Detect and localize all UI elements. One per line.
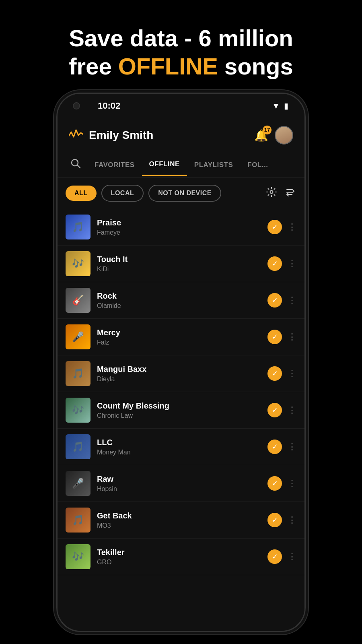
svg-point-2 bbox=[270, 191, 273, 194]
song-item[interactable]: 🎤 Raw Hopsin ✓ ⋮ bbox=[58, 465, 304, 502]
song-actions: ✓ ⋮ bbox=[267, 293, 296, 308]
promo-line2-plain: free bbox=[69, 53, 118, 79]
status-bar: 10:02 ▼ ▮ bbox=[58, 94, 304, 118]
song-info: Praise Fameye bbox=[97, 218, 261, 236]
song-thumbnail: 🎵 bbox=[66, 215, 90, 239]
song-item[interactable]: 🎶 Touch It KiDi ✓ ⋮ bbox=[58, 246, 304, 282]
song-info: LLC Money Man bbox=[97, 438, 261, 456]
song-info: Mangui Baxx Dieyla bbox=[97, 365, 261, 383]
more-options-icon[interactable]: ⋮ bbox=[288, 368, 296, 379]
song-artist: Falz bbox=[97, 339, 261, 346]
more-options-icon[interactable]: ⋮ bbox=[288, 332, 296, 342]
tab-playlists[interactable]: PLAYLISTS bbox=[187, 155, 240, 175]
song-item[interactable]: 🎸 Rock Olamide ✓ ⋮ bbox=[58, 282, 304, 319]
song-item[interactable]: 🎶 Tekiller GRO ✓ ⋮ bbox=[58, 539, 304, 575]
song-artist: MO3 bbox=[97, 522, 261, 529]
song-artist: Hopsin bbox=[97, 485, 261, 493]
song-thumbnail: 🎵 bbox=[66, 361, 90, 386]
status-time: 10:02 bbox=[98, 101, 120, 111]
download-check-icon[interactable]: ✓ bbox=[267, 513, 282, 527]
song-item[interactable]: 🎵 Praise Fameye ✓ ⋮ bbox=[58, 209, 304, 246]
download-check-icon[interactable]: ✓ bbox=[267, 476, 282, 491]
more-options-icon[interactable]: ⋮ bbox=[288, 551, 296, 562]
camera-dot bbox=[73, 102, 80, 109]
song-artist: Chronic Law bbox=[97, 412, 261, 419]
tab-favorites[interactable]: FAVORITES bbox=[87, 155, 142, 175]
song-actions: ✓ ⋮ bbox=[267, 549, 296, 564]
song-artist: Fameye bbox=[97, 229, 261, 236]
song-title: Mercy bbox=[97, 328, 261, 337]
song-artist: Olamide bbox=[97, 302, 261, 310]
download-check-icon[interactable]: ✓ bbox=[267, 440, 282, 454]
song-actions: ✓ ⋮ bbox=[267, 330, 296, 344]
download-check-icon[interactable]: ✓ bbox=[267, 330, 282, 344]
app-content: Emily Smith 🔔 17 bbox=[58, 118, 304, 631]
more-options-icon[interactable]: ⋮ bbox=[288, 442, 296, 452]
more-options-icon[interactable]: ⋮ bbox=[288, 405, 296, 415]
song-thumbnail: 🎤 bbox=[66, 471, 90, 496]
promo-line1: Save data - 6 million bbox=[69, 25, 293, 51]
song-artist: KiDi bbox=[97, 266, 261, 273]
filter-all-button[interactable]: ALL bbox=[66, 186, 97, 201]
tab-following[interactable]: FOL... bbox=[240, 155, 275, 175]
more-options-icon[interactable]: ⋮ bbox=[288, 478, 296, 489]
song-title: Count My Blessing bbox=[97, 401, 261, 411]
filter-local-button[interactable]: LOCAL bbox=[101, 185, 144, 202]
song-actions: ✓ ⋮ bbox=[267, 403, 296, 417]
song-info: Raw Hopsin bbox=[97, 475, 261, 493]
promo-section: Save data - 6 million free OFFLINE songs bbox=[0, 0, 362, 96]
filter-icons bbox=[266, 186, 296, 200]
shuffle-icon[interactable] bbox=[285, 186, 296, 200]
song-info: Tekiller GRO bbox=[97, 548, 261, 566]
avatar[interactable] bbox=[275, 126, 293, 144]
song-thumbnail: 🎵 bbox=[66, 508, 90, 533]
song-info: Count My Blessing Chronic Law bbox=[97, 401, 261, 419]
song-thumbnail: 🎶 bbox=[66, 251, 90, 276]
song-artist: Money Man bbox=[97, 449, 261, 456]
phone-frame: 10:02 ▼ ▮ Emily Smith bbox=[56, 93, 306, 632]
header-left: Emily Smith bbox=[69, 128, 153, 143]
download-check-icon[interactable]: ✓ bbox=[267, 293, 282, 308]
song-item[interactable]: 🎤 Mercy Falz ✓ ⋮ bbox=[58, 319, 304, 355]
song-thumbnail: 🎸 bbox=[66, 288, 90, 313]
song-title: Mangui Baxx bbox=[97, 365, 261, 374]
song-info: Get Back MO3 bbox=[97, 511, 261, 529]
notification-wrapper[interactable]: 🔔 17 bbox=[254, 129, 268, 142]
song-info: Touch It KiDi bbox=[97, 255, 261, 273]
settings-icon[interactable] bbox=[266, 186, 277, 200]
song-title: Tekiller bbox=[97, 548, 261, 557]
song-item[interactable]: 🎵 Mangui Baxx Dieyla ✓ ⋮ bbox=[58, 355, 304, 392]
app-username: Emily Smith bbox=[89, 129, 153, 142]
svg-line-1 bbox=[77, 165, 80, 168]
song-item[interactable]: 🎶 Count My Blessing Chronic Law ✓ ⋮ bbox=[58, 392, 304, 429]
header-right: 🔔 17 bbox=[254, 126, 293, 144]
download-check-icon[interactable]: ✓ bbox=[267, 256, 282, 271]
download-check-icon[interactable]: ✓ bbox=[267, 403, 282, 417]
more-options-icon[interactable]: ⋮ bbox=[288, 222, 296, 232]
filter-row: ALL LOCAL NOT ON DEVICE bbox=[58, 178, 304, 209]
song-artist: GRO bbox=[97, 559, 261, 566]
song-artist: Dieyla bbox=[97, 376, 261, 383]
status-icons: ▼ ▮ bbox=[272, 101, 288, 111]
song-title: LLC bbox=[97, 438, 261, 447]
song-item[interactable]: 🎵 LLC Money Man ✓ ⋮ bbox=[58, 429, 304, 465]
download-check-icon[interactable]: ✓ bbox=[267, 549, 282, 564]
song-info: Rock Olamide bbox=[97, 291, 261, 310]
song-item[interactable]: 🎵 Get Back MO3 ✓ ⋮ bbox=[58, 502, 304, 539]
more-options-icon[interactable]: ⋮ bbox=[288, 258, 296, 269]
song-actions: ✓ ⋮ bbox=[267, 366, 296, 381]
tab-offline[interactable]: OFFLINE bbox=[142, 154, 187, 176]
filter-not-on-device-button[interactable]: NOT ON DEVICE bbox=[148, 185, 221, 202]
song-actions: ✓ ⋮ bbox=[267, 476, 296, 491]
notification-badge: 17 bbox=[263, 126, 272, 134]
more-options-icon[interactable]: ⋮ bbox=[288, 515, 296, 525]
more-options-icon[interactable]: ⋮ bbox=[288, 295, 296, 305]
download-check-icon[interactable]: ✓ bbox=[267, 220, 282, 234]
wifi-icon: ▼ bbox=[272, 101, 280, 111]
download-check-icon[interactable]: ✓ bbox=[267, 366, 282, 381]
song-thumbnail: 🎵 bbox=[66, 434, 90, 459]
song-actions: ✓ ⋮ bbox=[267, 256, 296, 271]
song-title: Raw bbox=[97, 475, 261, 484]
search-button[interactable] bbox=[64, 153, 87, 177]
song-title: Touch It bbox=[97, 255, 261, 264]
